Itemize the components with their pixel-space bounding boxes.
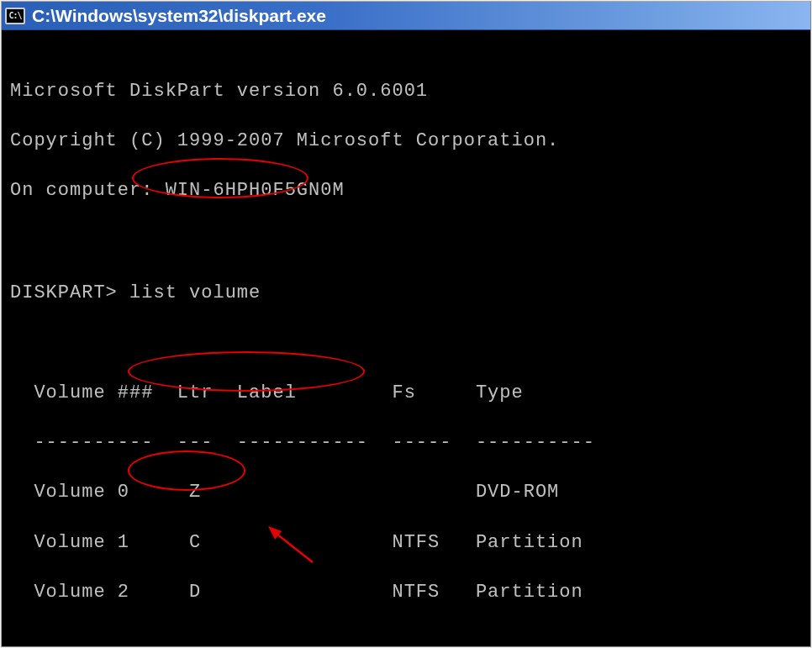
table-row: Volume 1 C NTFS Partition <box>10 530 802 556</box>
prompt-line-1: DISKPART> list volume <box>10 281 802 306</box>
table-divider: ---------- --- ----------- ----- -------… <box>10 430 802 456</box>
header-line-2: Copyright (C) 1999-2007 Microsoft Corpor… <box>10 129 802 154</box>
command-list-volume: list volume <box>129 282 261 303</box>
prompt: DISKPART> <box>10 282 118 303</box>
console-area[interactable]: Microsoft DiskPart version 6.0.6001 Copy… <box>2 30 810 646</box>
header-line-1: Microsoft DiskPart version 6.0.6001 <box>10 79 802 104</box>
cmd-icon: C:\ <box>5 8 25 24</box>
console-window: C:\ C:\Windows\system32\diskpart.exe Mic… <box>1 1 811 647</box>
titlebar[interactable]: C:\ C:\Windows\system32\diskpart.exe <box>2 2 810 30</box>
table-row: Volume 0 Z DVD-ROM <box>10 480 802 505</box>
table-header: Volume ### Ltr Label Fs Type <box>10 381 802 406</box>
cmd-icon-text: C:\ <box>8 11 21 20</box>
table-row: Volume 2 D NTFS Partition <box>10 580 802 605</box>
window-title: C:\Windows\system32\diskpart.exe <box>32 6 326 26</box>
header-line-3: On computer: WIN-6HPH0F5GN0M <box>10 178 802 203</box>
